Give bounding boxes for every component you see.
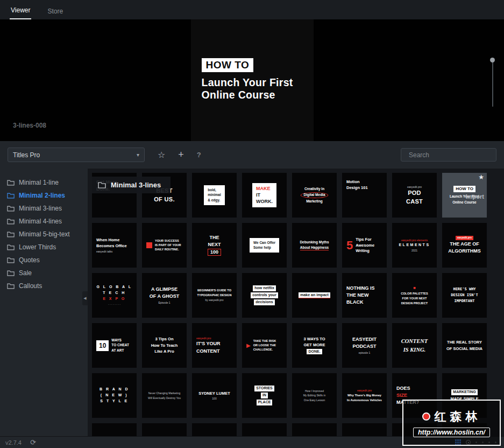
tile-card: We Can OfferSome help [250, 238, 279, 253]
folder-icon [7, 179, 15, 186]
template-tile[interactable]: bold,minimal& edgy. [192, 173, 237, 218]
tile-text: CONTENT [401, 338, 428, 345]
template-tile[interactable]: How I ImprovedMy Editing Skills inOne Ea… [292, 373, 337, 418]
tile-text: SYDNEY LUMET [198, 391, 230, 396]
template-tile[interactable]: HOW TOLaunch Your FirstOnline Course★Imp… [442, 173, 487, 218]
template-tile[interactable]: We Can OfferSome help [242, 223, 287, 268]
tile-text: When Home [96, 237, 119, 242]
template-tile[interactable]: ■COLOR PALETTESFOR YOUR NEXTDESIGN PROJE… [392, 273, 437, 318]
sidebar-item-label: Minimal 1-line [19, 179, 59, 186]
template-tile[interactable]: easyedit.pro elementsELEMENTS2021 [392, 223, 437, 268]
import-label[interactable]: Import [466, 193, 484, 200]
tile-text: GET MORE [303, 342, 325, 347]
folder-icon [7, 257, 15, 263]
template-tile[interactable]: Never Changing MarketingWill Eventually … [142, 373, 187, 418]
folder-icon [7, 283, 15, 289]
template-tile[interactable]: CONTENTIS KING. [392, 323, 437, 368]
template-tile[interactable]: STORIESINPLACE [242, 373, 287, 418]
tile-text: MAKE [256, 186, 271, 192]
sidebar-item-sale[interactable]: Sale [0, 267, 88, 279]
template-tile[interactable]: BEGINNER'S GUIDE TOTYPOGRAPHIC DESIGNby … [192, 273, 237, 318]
pack-select[interactable]: Titles Pro ▾ [8, 148, 145, 162]
tile-row: ▶TAKE THE RISKOR LOOSE THECHALLENGE. [246, 339, 276, 352]
sidebar-item-minimal-3-lines[interactable]: Minimal 3-lines [0, 202, 88, 215]
template-tile[interactable] [192, 423, 237, 436]
template-tile[interactable]: make an impact [292, 273, 337, 318]
tile-text: 100 [208, 249, 221, 256]
sidebar-item-label: Quotes [19, 256, 40, 264]
template-tile[interactable]: MotionDesign 101 [342, 173, 387, 218]
template-tile[interactable]: EASYEDITPODCASTepisode 1 [342, 323, 387, 368]
preview-zoom-slider[interactable] [492, 58, 493, 107]
sidebar-item-lower-thirds[interactable]: Lower Thirds [0, 241, 88, 254]
folder-icon [7, 244, 15, 250]
tile-text-column: TAKE THE RISKOR LOOSE THECHALLENGE. [253, 339, 276, 352]
template-tile[interactable]: When HomeBecomes Officeeasyedit talks [92, 223, 137, 268]
tile-row: 5Tips ForAwesomeWriting [346, 237, 374, 253]
sidebar-item-minimal-4-lines[interactable]: Minimal 4-lines [0, 215, 88, 228]
template-tile[interactable] [92, 423, 137, 436]
tile-text: DAILY ROUTINE. [155, 248, 181, 251]
tab-viewer[interactable]: Viewer [10, 2, 31, 19]
folder-icon [7, 192, 15, 199]
template-tile[interactable] [142, 423, 187, 436]
preview-title-badge: HOW TO [202, 58, 254, 72]
sidebar-item-label: Callouts [19, 282, 42, 290]
template-tile[interactable]: NOTHING ISTHE NEWBLACK [342, 273, 387, 318]
sidebar-item-quotes[interactable]: Quotes [0, 254, 88, 267]
sidebar-item-minimal-2-lines[interactable]: Minimal 2-lines [0, 189, 88, 202]
favorite-button[interactable]: ☆ [158, 150, 165, 160]
tile-text: WORK. [256, 199, 273, 205]
sidebar-item-label: Minimal 5-big-text [19, 230, 70, 238]
template-tile[interactable]: MAKEITWORK. [242, 173, 287, 218]
tile-text: Some help [253, 246, 271, 250]
template-tile[interactable] [342, 423, 387, 436]
template-tile[interactable]: G L O B A LT E C HE X P O· · · · · · · · [92, 273, 137, 318]
tile-text: NOTHING IS [346, 285, 375, 291]
sidebar-item-callouts[interactable]: Callouts [0, 279, 88, 292]
template-tile[interactable]: THE REAL STORYOF SOCIAL MEDIA [442, 323, 487, 368]
template-tile[interactable] [292, 423, 337, 436]
template-tile[interactable]: Debunking MythsAbout Happiness [292, 223, 337, 268]
template-tile[interactable]: 5Tips ForAwesomeWriting [342, 223, 387, 268]
tab-store[interactable]: Store [46, 3, 64, 19]
help-button[interactable]: ? [197, 151, 201, 159]
template-tile[interactable]: YOUR SUCCESSIS PART OF YOURDAILY ROUTINE… [142, 223, 187, 268]
search-input[interactable] [409, 151, 492, 159]
template-tile[interactable]: 10WAYSTO CHEATAT ART [92, 323, 137, 368]
watermark-title: 红森林 [435, 409, 481, 425]
template-tile[interactable]: B R A N D( N E W )S T Y L E [92, 373, 137, 418]
template-tile[interactable]: HERE'S WHYDESIGN ISN'TIMPORTANT [442, 273, 487, 318]
tile-text: easyedit.pro [357, 389, 372, 392]
refresh-icon[interactable]: ⟳ [30, 438, 36, 446]
template-tile[interactable]: A GLIMPSEOF A GHOSTEpisode 1 [142, 273, 187, 318]
star-icon[interactable]: ★ [478, 173, 484, 181]
template-tile[interactable]: 3 WAYS TOGET MOREDONE. [292, 323, 337, 368]
watermark-header: 红森林 [422, 409, 481, 425]
tile-text: B R A N D [100, 387, 129, 392]
folder-icon [7, 205, 15, 212]
template-tile[interactable]: Creativity InDigital MediaMarketing [292, 173, 337, 218]
template-tile[interactable]: ▶TAKE THE RISKOR LOOSE THECHALLENGE. [242, 323, 287, 368]
tile-text: Why There's Big Money [347, 394, 381, 397]
template-tile[interactable] [242, 423, 287, 436]
folder-icon [7, 218, 15, 225]
tile-text: easyedit.pro elements [401, 239, 428, 242]
template-tile[interactable]: easyedit.proIT'S YOURCONTENT [192, 323, 237, 368]
template-tile[interactable]: easyedit.proTHE AGE OFALGORITHMS [442, 223, 487, 268]
template-tile[interactable]: THENEXT100 [192, 223, 237, 268]
search-box[interactable] [401, 148, 496, 162]
template-tile[interactable]: how netflixcontrols yourdecisions [242, 273, 287, 318]
template-tile[interactable]: easyedit.proPODCAST [392, 173, 437, 218]
sidebar-collapse-handle[interactable]: ◀ [82, 291, 88, 305]
template-tile[interactable]: easyedit.proWhy There's Big MoneyIn Auto… [342, 373, 387, 418]
tile-text: how netflix [253, 285, 276, 291]
template-tile[interactable]: 3 Tips OnHow To TeachLike A Pro [142, 323, 187, 368]
watermark: 红森林 http://www.hoslin.cn/ [402, 400, 501, 446]
sidebar-item-minimal-5-big-text[interactable]: Minimal 5-big-text [0, 228, 88, 241]
slider-handle[interactable] [490, 58, 495, 62]
template-tile[interactable]: SYDNEY LUMET100 [192, 373, 237, 418]
sidebar-item-minimal-1-line[interactable]: Minimal 1-line [0, 176, 88, 189]
tile-text: DONE. [307, 349, 322, 355]
add-button[interactable]: + [178, 149, 184, 160]
